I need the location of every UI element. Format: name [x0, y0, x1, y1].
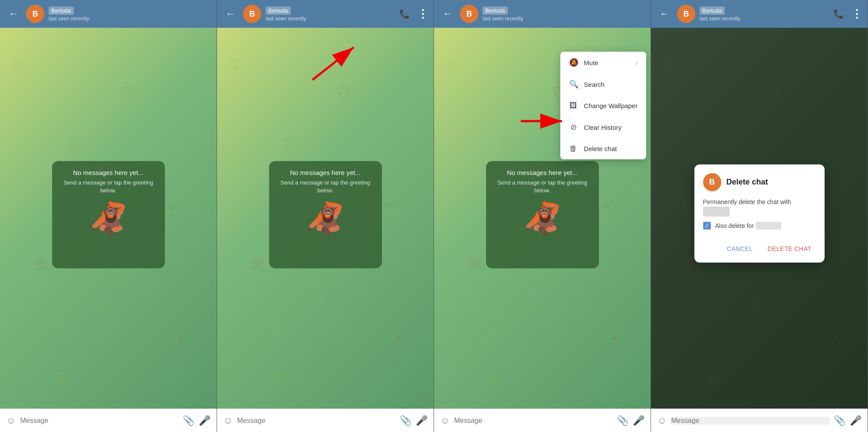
delete-description-blurred: Bertuda [703, 206, 730, 216]
contact-name-text-2: Bertuda [266, 7, 291, 15]
menu-item-delete-chat[interactable]: 🗑 Delete chat [560, 138, 646, 159]
message-input-2[interactable] [237, 417, 395, 425]
bottom-bar-4: ☺ 📎 🎤 [651, 409, 868, 432]
bottom-bar-1: ☺ 📎 🎤 [0, 409, 217, 432]
panel-4: ← B Bertuda last seen recently 📞 ⋮ 🍀 🦁 🌿… [651, 0, 868, 432]
svg-line-1 [312, 47, 354, 80]
delete-description-prefix: Permanently delete the chat with [703, 198, 791, 205]
contact-status-1: last seen recently [49, 16, 211, 22]
mic-button-4[interactable]: 🎤 [850, 415, 861, 426]
menu-item-search-label: Search [584, 81, 605, 88]
menu-item-search[interactable]: 🔍 Search [560, 73, 646, 95]
mic-button-3[interactable]: 🎤 [633, 415, 644, 426]
header-icons-4: 📞 ⋮ [833, 7, 862, 21]
no-messages-sub-1: Send a message or tap the greeting below… [61, 179, 156, 195]
no-messages-title-2: No messages here yet... [278, 169, 373, 176]
delete-dialog-buttons: Cancel Delete chat [694, 237, 825, 262]
contact-name-text-1: Bertuda [49, 7, 74, 15]
emoji-button-4[interactable]: ☺ [657, 415, 667, 426]
panel-3: ← B Bertuda last seen recently 🍀 🦁 🌿 🐢 🌺… [434, 0, 651, 432]
delete-chat-button[interactable]: Delete chat [762, 241, 818, 255]
mute-arrow-icon: › [635, 59, 638, 66]
more-button-4[interactable]: ⋮ [851, 7, 862, 21]
panel-2: ← B Bertuda last seen recently 📞 ⋮ 🍀 🦁 🌿… [217, 0, 434, 432]
mute-icon: 🔕 [569, 58, 578, 67]
mic-button-2[interactable]: 🎤 [416, 415, 427, 426]
header-1: ← B Bertuda last seen recently [0, 0, 217, 28]
message-input-1[interactable] [20, 417, 178, 425]
also-delete-blurred: Bertuda [756, 221, 781, 229]
bottom-bar-3: ☺ 📎 🎤 [434, 409, 651, 432]
cancel-button[interactable]: Cancel [721, 241, 759, 255]
back-button-3[interactable]: ← [439, 7, 456, 21]
also-delete-label: Also delete for Bertuda [715, 221, 781, 229]
context-menu: 🔕 Mute › 🔍 Search 🖼 Change Wallpaper ⊘ C… [560, 52, 646, 159]
avatar-3: B [460, 5, 478, 23]
attach-button-2[interactable]: 📎 [400, 415, 411, 426]
emoji-button-2[interactable]: ☺ [223, 415, 233, 426]
delete-chat-dialog: B Delete chat Permanently delete the cha… [694, 164, 825, 262]
header-4: ← B Bertuda last seen recently 📞 ⋮ [651, 0, 868, 28]
contact-name-1: Bertuda [49, 7, 211, 15]
contact-status-3: last seen recently [483, 16, 645, 22]
back-button-1[interactable]: ← [5, 7, 22, 21]
also-delete-prefix: Also delete for [715, 222, 756, 229]
delete-checkbox-row: ✓ Also delete for Bertuda [703, 221, 816, 229]
attach-button-1[interactable]: 📎 [183, 415, 194, 426]
emoji-button-1[interactable]: ☺ [6, 415, 16, 426]
menu-item-wallpaper-label: Change Wallpaper [584, 102, 638, 109]
message-input-4[interactable] [671, 417, 829, 425]
delete-dialog-body: Permanently delete the chat with Bertuda… [694, 197, 825, 237]
emoji-button-3[interactable]: ☺ [440, 415, 450, 426]
menu-item-delete-label: Delete chat [584, 145, 617, 152]
chat-background-3: 🍀 🦁 🌿 🐢 🌺 🍃 🌻 🐸 No messages here yet... … [434, 28, 651, 409]
contact-name-text-3: Bertuda [483, 7, 508, 15]
header-info-3: Bertuda last seen recently [483, 7, 645, 22]
also-delete-checkbox[interactable]: ✓ [703, 221, 711, 229]
avatar-2: B [243, 5, 261, 23]
avatar-1: B [26, 5, 44, 23]
menu-item-mute[interactable]: 🔕 Mute › [560, 52, 646, 73]
no-messages-sub-2: Send a message or tap the greeting below… [278, 179, 373, 195]
red-arrow-panel2 [217, 28, 434, 97]
menu-item-change-wallpaper[interactable]: 🖼 Change Wallpaper [560, 95, 646, 116]
header-info-4: Bertuda last seen recently [700, 7, 829, 22]
header-info-1: Bertuda last seen recently [49, 7, 211, 22]
panel-1: ← B Bertuda last seen recently 🍀 🦁 🌿 🐢 🌺… [0, 0, 217, 432]
no-messages-title-3: No messages here yet... [495, 169, 590, 176]
contact-name-4: Bertuda [700, 7, 829, 15]
bottom-bar-2: ☺ 📎 🎤 [217, 409, 434, 432]
chat-background-4: 🍀 🦁 🌿 🐢 🌺 🍃 🌻 🐸 B Delete chat Permanentl… [651, 28, 868, 409]
contact-status-2: last seen recently [266, 16, 395, 22]
back-button-4[interactable]: ← [656, 7, 673, 21]
wallpaper-icon: 🖼 [569, 101, 578, 110]
attach-button-3[interactable]: 📎 [617, 415, 628, 426]
call-button-4[interactable]: 📞 [833, 9, 844, 19]
more-button-2[interactable]: ⋮ [417, 7, 428, 21]
call-button-2[interactable]: 📞 [399, 9, 410, 19]
avatar-4: B [677, 5, 695, 23]
contact-name-2: Bertuda [266, 7, 395, 15]
gorilla-sticker-1: 🦧 [89, 199, 128, 238]
menu-item-clear-history[interactable]: ⊘ Clear History [560, 116, 646, 138]
no-messages-sub-3: Send a message or tap the greeting below… [495, 179, 590, 195]
delete-icon: 🗑 [569, 144, 578, 153]
chat-background-2: 🍀 🦁 🌿 🐢 🌺 🍃 🌻 🐸 No messages here yet... … [217, 28, 434, 409]
header-info-2: Bertuda last seen recently [266, 7, 395, 22]
no-messages-title-1: No messages here yet... [61, 169, 156, 176]
back-button-2[interactable]: ← [222, 7, 239, 21]
search-icon: 🔍 [569, 79, 578, 89]
mic-button-1[interactable]: 🎤 [199, 415, 210, 426]
gorilla-sticker-3: 🦧 [523, 199, 562, 238]
menu-item-clear-label: Clear History [584, 124, 621, 131]
attach-button-4[interactable]: 📎 [834, 415, 845, 426]
header-2: ← B Bertuda last seen recently 📞 ⋮ [217, 0, 434, 28]
contact-name-text-4: Bertuda [700, 7, 725, 15]
contact-status-4: last seen recently [700, 16, 829, 22]
menu-item-mute-label: Mute [584, 59, 598, 66]
contact-name-3: Bertuda [483, 7, 645, 15]
message-input-3[interactable] [454, 417, 612, 425]
delete-dialog-text: Permanently delete the chat with Bertuda [703, 197, 816, 216]
clear-icon: ⊘ [569, 122, 578, 132]
delete-dialog-title: Delete chat [727, 178, 768, 187]
